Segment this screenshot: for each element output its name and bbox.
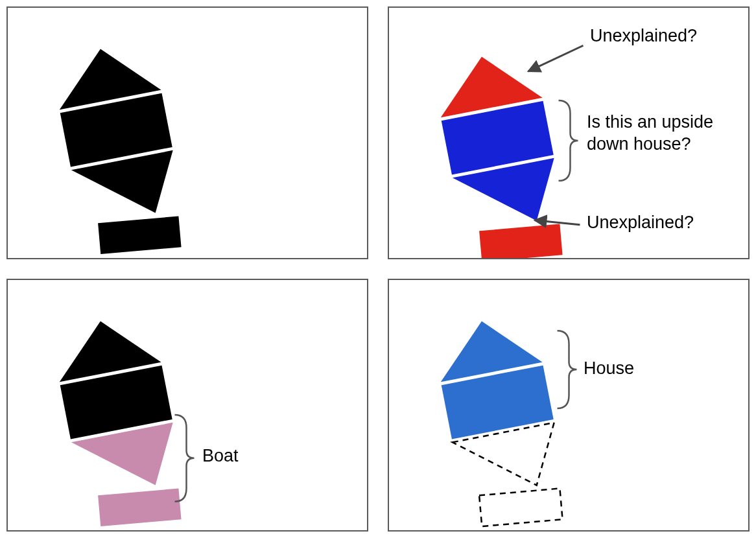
panel-bottom-right: House — [388, 279, 750, 532]
panel-top-left: Here's an ambiguous image — [6, 6, 368, 259]
figure-grid: Here's an ambiguous image — [0, 0, 756, 538]
label-boat: Boat — [202, 445, 239, 467]
label-unexplained-top: Unexplained? — [590, 25, 697, 47]
panel-top-left-shapes — [8, 8, 367, 258]
label-upside-down-house: Is this an upside down house? — [587, 111, 713, 156]
label-house: House — [584, 358, 634, 380]
svg-rect-13 — [8, 282, 367, 528]
panel-bottom-left: Boat — [6, 279, 368, 532]
panel-bottom-left-svg — [8, 280, 367, 530]
panel-bottom-right-svg — [389, 280, 748, 530]
panel-top-right: Unexplained? Is this an upside down hous… — [388, 6, 750, 259]
svg-rect-14 — [389, 282, 748, 528]
svg-rect-8 — [8, 10, 367, 255]
label-unexplained-bottom: Unexplained? — [587, 212, 694, 234]
